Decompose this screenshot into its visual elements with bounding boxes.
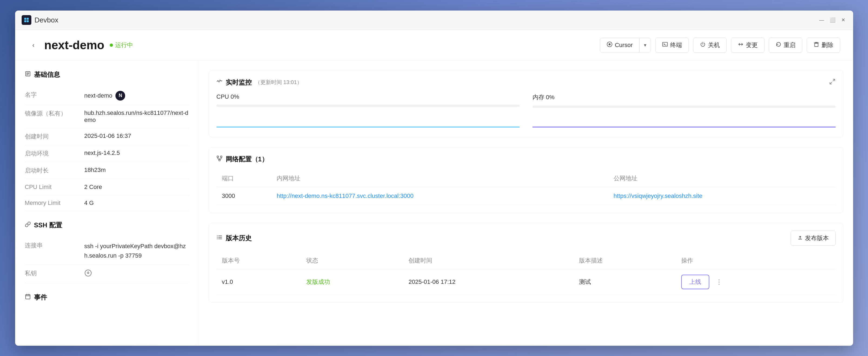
label-runtime: 启动环境 [25, 150, 84, 158]
svg-rect-1 [27, 18, 28, 20]
mem-metric: 内存 0% [532, 93, 836, 108]
back-button[interactable]: ‹ [28, 40, 39, 51]
cpu-bar-container [217, 105, 520, 107]
left-panel: 基础信息 名字 next-demo N 镜像源（私有） hub.hzh.seal… [15, 61, 199, 346]
network-icon [217, 155, 222, 163]
cell-version-status: 发版成功 [301, 269, 403, 295]
col-port: 端口 [217, 170, 271, 187]
internal-link[interactable]: http://next-demo.ns-kc811077.svc.cluster… [277, 192, 413, 199]
svg-rect-25 [219, 159, 220, 161]
cursor-dropdown-button[interactable]: ▾ [640, 38, 651, 52]
cursor-button[interactable]: Cursor [600, 38, 639, 52]
ssh-title: SSH 配置 [34, 221, 62, 229]
change-icon [738, 41, 744, 49]
basic-info-title: 基础信息 [34, 70, 60, 79]
title-bar-controls: — ⬜ ✕ [818, 17, 847, 23]
main-content: 基础信息 名字 next-demo N 镜像源（私有） hub.hzh.seal… [15, 61, 853, 346]
chart-area [217, 112, 836, 129]
cell-version-created: 2025-01-06 17:12 [403, 269, 574, 295]
svg-rect-0 [24, 18, 26, 20]
cell-internal: http://next-demo.ns-kc811077.svc.cluster… [271, 187, 608, 205]
network-table: 端口 内网地址 公网地址 3000 http://next-demo.ns-kc… [217, 170, 836, 205]
mem-bar-container [532, 106, 836, 108]
info-row-name: 名字 next-demo N [25, 87, 189, 105]
restart-label: 重启 [784, 41, 796, 49]
value-created: 2025-01-06 16:37 [84, 132, 189, 139]
delete-label: 删除 [822, 41, 833, 49]
restart-button[interactable]: 重启 [769, 38, 802, 53]
cpu-metric: CPU 0% [217, 93, 520, 108]
svg-line-19 [833, 79, 835, 81]
network-header: 网络配置（1） [217, 155, 836, 164]
delete-button[interactable]: 删除 [807, 38, 840, 53]
minimize-button[interactable]: — [818, 17, 825, 23]
trash-icon [813, 41, 819, 49]
network-table-header: 端口 内网地址 公网地址 [217, 170, 836, 187]
status-text: 运行中 [115, 41, 133, 49]
svg-rect-3 [27, 20, 28, 22]
info-row-mem-limit: Memory Limit 4 G [25, 195, 189, 211]
shutdown-button[interactable]: 关机 [693, 38, 726, 53]
more-options-button[interactable]: ⋮ [714, 276, 724, 288]
svg-line-20 [830, 82, 832, 84]
close-button[interactable]: ✕ [840, 17, 847, 23]
maximize-button[interactable]: ⬜ [829, 17, 836, 23]
terminal-button[interactable]: 终端 [655, 38, 689, 53]
online-button[interactable]: 上线 [681, 274, 709, 289]
svg-rect-8 [814, 43, 818, 46]
info-row-cpu-limit: CPU Limit 2 Core [25, 179, 189, 195]
svg-rect-2 [24, 20, 26, 22]
right-panel: 实时监控 （更新时间 13:01） CPU 0% [199, 61, 853, 346]
col-version-no: 版本号 [217, 252, 301, 269]
change-button[interactable]: 变更 [731, 38, 765, 53]
cell-version-action: 上线 ⋮ [676, 269, 835, 295]
cell-version-no: v1.0 [217, 269, 301, 295]
page-title: next-demo [44, 38, 104, 52]
restart-icon [776, 41, 781, 49]
mem-chart [532, 112, 836, 129]
monitor-update-time: （更新时间 13:01） [255, 79, 303, 86]
publish-version-button[interactable]: 发布版本 [791, 231, 836, 246]
version-icon [217, 234, 222, 242]
external-link[interactable]: https://vsiqwjeyojry.sealoshzh.site [614, 192, 703, 199]
terminal-label: 终端 [670, 41, 682, 49]
page-header: ‹ next-demo 运行中 Cursor [15, 30, 853, 61]
network-title: 网络配置（1） [226, 155, 268, 164]
version-label: 版本历史 [226, 234, 252, 242]
label-connection: 连接串 [25, 241, 84, 250]
col-version-action: 操作 [676, 252, 835, 269]
events-title: 事件 [34, 293, 47, 302]
download-icon[interactable] [84, 269, 92, 279]
col-version-created: 创建时间 [403, 252, 574, 269]
status-dot [110, 43, 113, 47]
expand-button[interactable] [829, 78, 836, 87]
info-row-connection: 连接串 ssh -i yourPrivateKeyPath devbox@hzh… [25, 237, 189, 265]
cell-external: https://vsiqwjeyojry.sealoshzh.site [608, 187, 836, 205]
app-icon [22, 15, 31, 25]
svg-point-34 [217, 237, 218, 237]
svg-rect-23 [217, 156, 218, 157]
title-bar-left: Devbox [22, 15, 58, 25]
mem-label: 内存 0% [532, 93, 836, 101]
version-section: 版本历史 发布版本 [209, 223, 843, 303]
upload-icon [798, 235, 803, 242]
events-section: 事件 [25, 293, 189, 302]
col-internal: 内网地址 [271, 170, 608, 187]
network-section: 网络配置（1） 端口 内网地址 公网地址 3000 [209, 147, 843, 213]
version-table: 版本号 状态 创建时间 版本描述 操作 v1.0 发版成功 [217, 252, 836, 295]
cell-version-desc: 测试 [574, 269, 676, 295]
value-connection: ssh -i yourPrivateKeyPath devbox@hzh.sea… [84, 241, 189, 260]
power-icon [700, 41, 706, 49]
publish-btn-label: 发布版本 [805, 234, 829, 242]
value-name: next-demo N [84, 91, 189, 101]
monitor-header: 实时监控 （更新时间 13:01） [217, 78, 836, 87]
col-version-desc: 版本描述 [574, 252, 676, 269]
value-private-key [84, 269, 189, 279]
value-mem-limit: 4 G [84, 199, 189, 206]
monitor-icon [217, 79, 222, 86]
link-icon [25, 221, 31, 229]
cpu-chart [217, 112, 520, 129]
metrics-row: CPU 0% 内存 0% [217, 93, 836, 108]
events-icon [25, 294, 31, 301]
basic-info-section-header: 基础信息 [25, 70, 189, 79]
